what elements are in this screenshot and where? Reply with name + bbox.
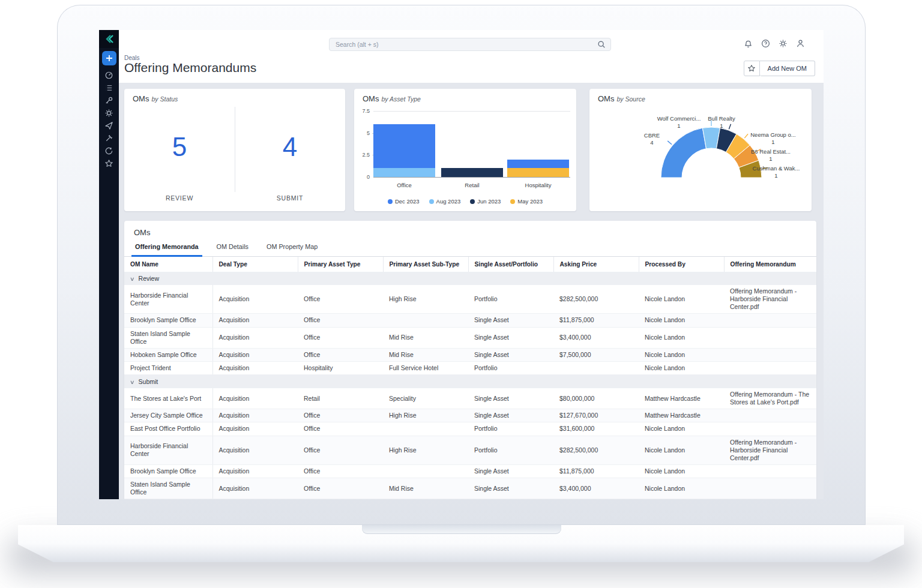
chevron-down-icon[interactable]: ∨ bbox=[130, 276, 135, 282]
cell-om-name[interactable]: Staten Island Sample Office bbox=[124, 327, 212, 348]
tab-offering-memoranda[interactable]: Offering Memoranda bbox=[134, 241, 200, 256]
table-row[interactable]: Brooklyn Sample OfficeAcquisitionOfficeS… bbox=[124, 464, 816, 478]
table-row[interactable]: Staten Island Sample OfficeAcquisitionOf… bbox=[124, 327, 816, 348]
cell-processed-by[interactable]: Nicole Landon bbox=[639, 464, 724, 478]
cell-primary-asset-type[interactable]: Office bbox=[298, 327, 383, 348]
table-row[interactable]: Jersey City Sample OfficeAcquisitionOffi… bbox=[124, 409, 816, 422]
cell-primary-asset-sub-type[interactable]: High Rise bbox=[383, 436, 468, 464]
cell-offering-memorandum[interactable]: Offering Memorandum - Harborside Financi… bbox=[724, 436, 816, 464]
cell-processed-by[interactable]: Matthew Hardcastle bbox=[639, 409, 724, 422]
cell-om-name[interactable]: Staten Island Sample Office bbox=[124, 478, 212, 499]
cell-primary-asset-type[interactable]: Office bbox=[298, 436, 383, 464]
cell-primary-asset-sub-type[interactable]: Full Service Hotel bbox=[383, 361, 468, 374]
cell-processed-by[interactable]: Nicole Landon bbox=[639, 422, 724, 436]
legend-item[interactable]: Jun 2023 bbox=[470, 198, 501, 205]
legend-item[interactable]: Dec 2023 bbox=[388, 198, 420, 205]
cell-primary-asset-sub-type[interactable]: High Rise bbox=[383, 285, 468, 314]
cell-processed-by[interactable]: Nicole Landon bbox=[639, 327, 724, 348]
cell-primary-asset-type[interactable]: Office bbox=[298, 348, 383, 361]
column-header-om-name[interactable]: OM Name bbox=[124, 257, 212, 272]
cell-om-name[interactable]: Harborside Financial Center bbox=[124, 436, 212, 464]
cell-om-name[interactable]: Harborside Financial Center bbox=[124, 285, 212, 314]
column-header-processed-by[interactable]: Processed By bbox=[639, 257, 724, 272]
table-row[interactable]: Harborside Financial CenterAcquisitionOf… bbox=[124, 436, 816, 464]
cell-processed-by[interactable]: Nicole Landon bbox=[639, 478, 724, 499]
bar-hospitality-may-2023[interactable] bbox=[507, 168, 569, 177]
column-header-primary-asset-type[interactable]: Primary Asset Type bbox=[298, 257, 383, 272]
bar-office-dec-2023[interactable] bbox=[373, 124, 435, 168]
list-icon[interactable] bbox=[102, 82, 116, 94]
bar-hospitality-dec-2023[interactable] bbox=[507, 160, 569, 169]
search-input[interactable] bbox=[334, 40, 597, 49]
table-row[interactable]: Project TridentAcquisitionHospitalityFul… bbox=[124, 361, 816, 374]
cell-om-name[interactable]: East Post Office Portfolio bbox=[124, 422, 212, 436]
kpi-submit[interactable]: 4 SUBMIT bbox=[235, 109, 345, 211]
donut-segment-cbre[interactable] bbox=[661, 128, 707, 178]
cell-primary-asset-sub-type[interactable]: Speciality bbox=[383, 388, 468, 409]
column-header-primary-asset-sub-type[interactable]: Primary Asset Sub-Type bbox=[383, 257, 468, 272]
gavel-icon[interactable] bbox=[102, 132, 116, 145]
history-icon[interactable] bbox=[102, 145, 116, 157]
cell-om-name[interactable]: The Stores at Lake's Port bbox=[124, 388, 212, 409]
favorites-icon[interactable] bbox=[102, 157, 116, 170]
cell-processed-by[interactable]: Nicole Landon bbox=[639, 361, 724, 374]
tab-om-details[interactable]: OM Details bbox=[215, 241, 250, 256]
table-row[interactable]: East Post Office PortfolioAcquisitionOff… bbox=[124, 422, 816, 436]
cell-offering-memorandum[interactable]: Offering Memorandum - Harborside Financi… bbox=[724, 285, 816, 314]
table-row[interactable]: Hoboken Sample OfficeAcquisitionOfficeMi… bbox=[124, 348, 816, 361]
send-icon[interactable] bbox=[102, 119, 116, 132]
bar-office-aug-2023[interactable] bbox=[373, 168, 435, 177]
search-box[interactable] bbox=[329, 38, 611, 51]
cell-processed-by[interactable]: Matthew Hardcastle bbox=[639, 388, 724, 409]
account-icon[interactable] bbox=[795, 38, 806, 49]
cell-offering-memorandum[interactable]: Offering Memorandum - The Stores at Lake… bbox=[724, 388, 816, 409]
group-row-submit[interactable]: ∨Submit bbox=[124, 375, 816, 389]
add-new-om-button[interactable]: Add New OM bbox=[760, 61, 815, 76]
legend-item[interactable]: May 2023 bbox=[510, 198, 543, 205]
cell-primary-asset-type[interactable]: Office bbox=[298, 464, 383, 478]
cell-primary-asset-type[interactable]: Office bbox=[298, 409, 383, 422]
search-icon[interactable] bbox=[597, 40, 606, 49]
cell-primary-asset-sub-type[interactable]: High Rise bbox=[383, 409, 468, 422]
table-row[interactable]: Harborside Financial CenterAcquisitionOf… bbox=[124, 285, 816, 314]
favorite-button[interactable] bbox=[744, 61, 760, 76]
cell-primary-asset-type[interactable]: Retail bbox=[298, 388, 383, 409]
notifications-icon[interactable] bbox=[743, 38, 753, 49]
group-row-review[interactable]: ∨Review bbox=[124, 272, 816, 285]
cell-primary-asset-sub-type[interactable]: Mid Rise bbox=[383, 348, 468, 361]
cell-primary-asset-type[interactable]: Hospitality bbox=[298, 361, 383, 374]
column-header-deal-type[interactable]: Deal Type bbox=[212, 257, 298, 272]
app-logo-icon[interactable] bbox=[99, 30, 119, 48]
cell-om-name[interactable]: Jersey City Sample Office bbox=[124, 409, 212, 422]
cell-primary-asset-sub-type[interactable]: Mid Rise bbox=[383, 478, 468, 499]
cell-processed-by[interactable]: Nicole Landon bbox=[639, 436, 724, 464]
cell-om-name[interactable]: Project Trident bbox=[124, 361, 212, 374]
dashboard-icon[interactable] bbox=[102, 69, 116, 82]
help-icon[interactable] bbox=[760, 38, 771, 49]
tools-icon[interactable] bbox=[102, 94, 116, 107]
table-row[interactable]: Brooklyn Sample OfficeAcquisitionOfficeS… bbox=[124, 314, 816, 327]
add-icon[interactable] bbox=[102, 51, 116, 65]
table-row[interactable]: Staten Island Sample OfficeAcquisitionOf… bbox=[124, 478, 816, 499]
cell-om-name[interactable]: Hoboken Sample Office bbox=[124, 348, 212, 361]
cell-primary-asset-type[interactable]: Office bbox=[298, 422, 383, 436]
kpi-review[interactable]: 5 REVIEW bbox=[124, 109, 235, 211]
settings-icon[interactable] bbox=[102, 107, 116, 119]
cell-om-name[interactable]: Brooklyn Sample Office bbox=[124, 314, 212, 327]
cell-primary-asset-type[interactable]: Office bbox=[298, 285, 383, 314]
cell-primary-asset-sub-type[interactable]: Mid Rise bbox=[383, 327, 468, 348]
column-header-single-asset-portfolio[interactable]: Single Asset/Portfolio bbox=[468, 257, 553, 272]
bar-retail-jun-2023[interactable] bbox=[441, 168, 503, 177]
legend-item[interactable]: Aug 2023 bbox=[429, 198, 461, 205]
cell-primary-asset-type[interactable]: Office bbox=[298, 314, 383, 327]
column-header-offering-memorandum[interactable]: Offering Memorandum bbox=[724, 257, 816, 272]
cell-processed-by[interactable]: Nicole Landon bbox=[639, 285, 724, 314]
table-row[interactable]: The Stores at Lake's PortAcquisitionReta… bbox=[124, 388, 816, 409]
column-header-asking-price[interactable]: Asking Price bbox=[553, 257, 639, 272]
settings-top-icon[interactable] bbox=[777, 38, 788, 49]
cell-om-name[interactable]: Brooklyn Sample Office bbox=[124, 464, 212, 478]
chevron-down-icon[interactable]: ∨ bbox=[130, 379, 135, 385]
cell-processed-by[interactable]: Nicole Landon bbox=[639, 314, 724, 327]
cell-processed-by[interactable]: Nicole Landon bbox=[639, 348, 724, 361]
cell-primary-asset-type[interactable]: Office bbox=[298, 478, 383, 499]
